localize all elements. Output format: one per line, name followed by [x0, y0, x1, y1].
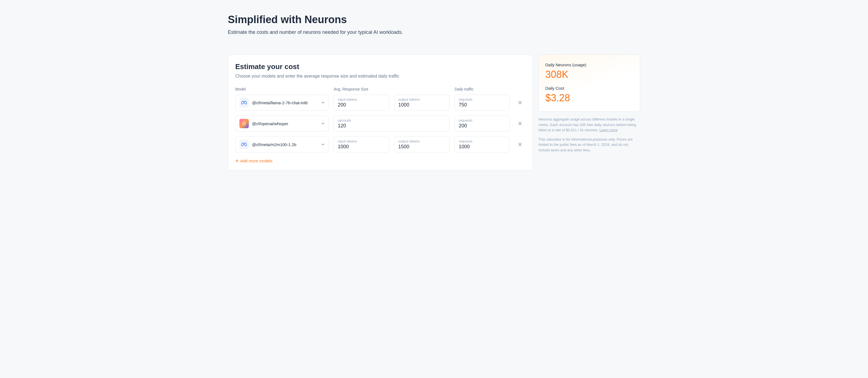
field-label: requests: [459, 118, 505, 122]
field-label: requests: [459, 139, 505, 143]
card-subtitle: Choose your models and enter the average…: [235, 74, 526, 79]
footnote-neurons: Neurons aggregate usage across different…: [538, 117, 640, 133]
model-select[interactable]: @cf/meta/m2m100-1.2b: [235, 137, 329, 152]
page-subtitle: Estimate the costs and number of neurons…: [228, 29, 640, 35]
requests-input[interactable]: [459, 144, 505, 150]
table-headers: Model Avg. Response Size Daily traffic: [235, 87, 526, 91]
model-name: @cf/openai/whisper: [252, 121, 318, 126]
plus-icon: [235, 159, 239, 163]
requests-input[interactable]: [459, 102, 505, 108]
seconds-input[interactable]: [338, 123, 445, 129]
output-tokens-field[interactable]: output tokens: [394, 95, 450, 111]
close-icon: [518, 100, 522, 105]
field-label: requests: [459, 97, 505, 101]
footnote-text: Neurons aggregate usage across different…: [538, 117, 636, 132]
add-model-button[interactable]: Add more models: [235, 158, 273, 163]
col-traffic: Daily traffic: [455, 87, 509, 91]
remove-row-button[interactable]: [515, 139, 526, 150]
cost-label: Daily Cost: [545, 86, 633, 90]
meta-icon: [239, 98, 249, 107]
remove-row-button[interactable]: [515, 97, 526, 108]
field-label: output tokens: [398, 139, 445, 143]
openai-icon: [239, 119, 249, 128]
add-model-label: Add more models: [240, 158, 273, 163]
chevron-down-icon: [321, 122, 324, 125]
input-tokens-input[interactable]: [338, 102, 385, 108]
seconds-field[interactable]: seconds: [334, 116, 450, 132]
requests-field[interactable]: requests: [455, 116, 509, 132]
learn-more-link[interactable]: Learn more: [599, 128, 618, 132]
model-name: @cf/meta/llama-2-7b-chat-int8: [252, 100, 318, 105]
estimate-card: Estimate your cost Choose your models an…: [228, 55, 533, 171]
requests-input[interactable]: [459, 123, 505, 129]
requests-field[interactable]: requests: [455, 137, 509, 152]
page-title: Simplified with Neurons: [228, 14, 640, 26]
table-row: @cf/openai/whisper seconds requests: [235, 116, 526, 132]
output-tokens-input[interactable]: [398, 144, 445, 150]
requests-field[interactable]: requests: [455, 95, 509, 111]
field-label: seconds: [338, 118, 445, 122]
neurons-label: Daily Neurons (usage): [545, 62, 633, 67]
close-icon: [518, 121, 522, 126]
field-label: output tokens: [398, 97, 445, 101]
chevron-down-icon: [321, 143, 324, 146]
remove-row-button[interactable]: [515, 118, 526, 129]
summary-box: Daily Neurons (usage) 308K Daily Cost $3…: [538, 55, 640, 112]
model-select[interactable]: @cf/meta/llama-2-7b-chat-int8: [235, 95, 329, 111]
input-tokens-field[interactable]: input tokens: [334, 95, 389, 111]
field-label: input tokens: [338, 97, 385, 101]
field-label: input tokens: [338, 139, 385, 143]
chevron-down-icon: [321, 101, 324, 104]
input-tokens-input[interactable]: [338, 144, 385, 150]
col-response: Avg. Response Size: [334, 87, 450, 91]
model-name: @cf/meta/m2m100-1.2b: [252, 142, 318, 147]
footnote-disclaimer: This calculator is for informational pur…: [538, 137, 640, 153]
table-row: @cf/meta/llama-2-7b-chat-int8 input toke…: [235, 95, 526, 111]
close-icon: [518, 142, 522, 147]
meta-icon: [239, 140, 249, 149]
output-tokens-field[interactable]: output tokens: [394, 137, 450, 152]
card-title: Estimate your cost: [235, 62, 526, 71]
col-model: Model: [235, 87, 329, 91]
table-row: @cf/meta/m2m100-1.2b input tokens output…: [235, 137, 526, 152]
input-tokens-field[interactable]: input tokens: [334, 137, 389, 152]
model-select[interactable]: @cf/openai/whisper: [235, 116, 329, 132]
neurons-value: 308K: [545, 69, 633, 80]
cost-value: $3.28: [545, 92, 633, 104]
output-tokens-input[interactable]: [398, 102, 445, 108]
